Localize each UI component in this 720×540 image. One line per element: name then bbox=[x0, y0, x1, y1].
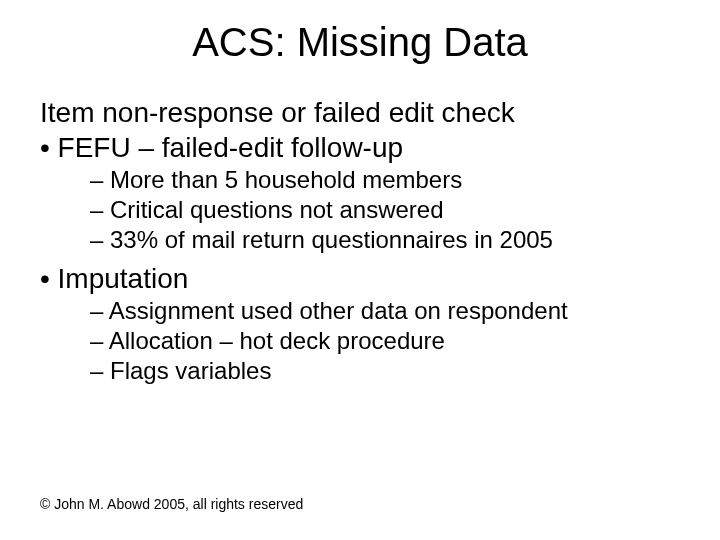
sub-fefu-2: Critical questions not answered bbox=[40, 195, 680, 225]
sub-imp-2: Allocation – hot deck procedure bbox=[40, 326, 680, 356]
bullet-fefu: FEFU – failed-edit follow-up bbox=[40, 130, 680, 165]
sub-fefu-3: 33% of mail return questionnaires in 200… bbox=[40, 225, 680, 255]
sub-imp-1: Assignment used other data on respondent bbox=[40, 296, 680, 326]
copyright-footer: © John M. Abowd 2005, all rights reserve… bbox=[40, 496, 303, 512]
slide-body: Item non-response or failed edit check F… bbox=[0, 95, 720, 386]
body-line-1: Item non-response or failed edit check bbox=[40, 95, 680, 130]
sub-fefu-1: More than 5 household members bbox=[40, 165, 680, 195]
slide-title: ACS: Missing Data bbox=[0, 0, 720, 65]
bullet-imputation: Imputation bbox=[40, 261, 680, 296]
slide: ACS: Missing Data Item non-response or f… bbox=[0, 0, 720, 540]
sub-imp-3: Flags variables bbox=[40, 356, 680, 386]
